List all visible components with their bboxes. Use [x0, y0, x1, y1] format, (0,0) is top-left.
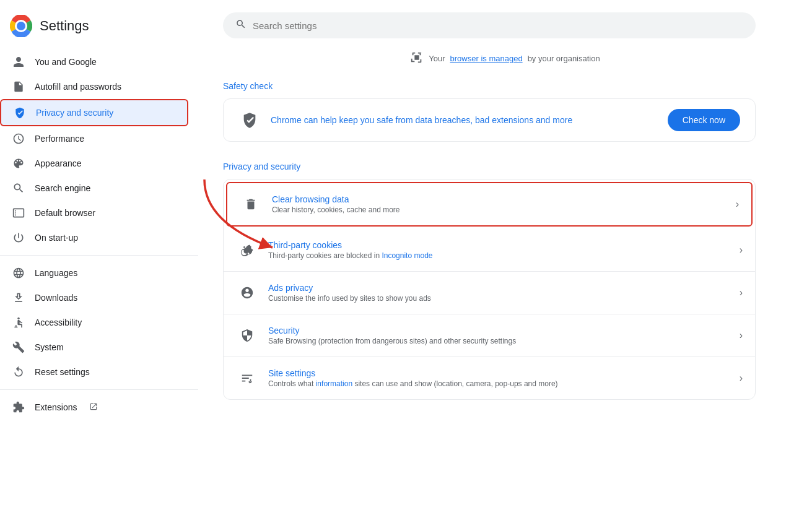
site-settings-icon — [236, 367, 258, 389]
external-link-icon — [89, 402, 98, 413]
sidebar-label: Extensions — [35, 402, 77, 412]
managed-notice: Your browser is managed by your organisa… — [223, 51, 787, 66]
chevron-right-icon: › — [740, 330, 743, 341]
check-now-button[interactable]: Check now — [668, 109, 740, 131]
security-title: Security — [268, 326, 740, 335]
sidebar-item-appearance[interactable]: Appearance — [0, 151, 188, 176]
chevron-right-icon: › — [740, 287, 743, 298]
safety-check-section-title: Safety check — [223, 81, 787, 91]
page-title: Settings — [40, 18, 89, 34]
site-settings-item[interactable]: Site settings Controls what information … — [224, 357, 755, 399]
sidebar-item-system[interactable]: System — [0, 335, 188, 360]
sidebar-item-default-browser[interactable]: Default browser — [0, 201, 188, 225]
search-bar-container — [223, 12, 787, 38]
clear-browsing-data-title: Clear browsing data — [272, 194, 736, 204]
chevron-right-icon: › — [740, 244, 743, 256]
sidebar-label: Search engine — [35, 183, 90, 193]
reset-icon — [12, 366, 25, 378]
globe-icon — [12, 267, 25, 279]
security-subtitle: Safe Browsing (protection from dangerous… — [268, 337, 740, 345]
sidebar-item-you-and-google[interactable]: You and Google — [0, 50, 188, 74]
search-icon — [235, 19, 247, 32]
ads-privacy-title: Ads privacy — [268, 283, 740, 293]
clear-browsing-data-item[interactable]: Clear browsing data Clear history, cooki… — [226, 182, 753, 227]
managed-text-prefix: Your — [429, 54, 445, 63]
sidebar-item-reset-settings[interactable]: Reset settings — [0, 360, 188, 384]
third-party-cookies-content: Third-party cookies Third-party cookies … — [268, 240, 740, 260]
sidebar-item-privacy-security[interactable]: Privacy and security — [0, 99, 188, 126]
site-settings-title: Site settings — [268, 368, 740, 378]
extensions-icon — [12, 401, 25, 413]
sidebar-label: Reset settings — [35, 367, 90, 377]
system-icon — [12, 341, 25, 353]
svg-point-4 — [243, 246, 245, 248]
sidebar-label: Privacy and security — [36, 108, 113, 118]
shield-icon — [14, 106, 26, 119]
search-bar — [223, 12, 756, 38]
sidebar-label: Appearance — [35, 158, 82, 168]
security-item[interactable]: Security Safe Browsing (protection from … — [224, 314, 755, 357]
sidebar-item-performance[interactable]: Performance — [0, 126, 188, 151]
sidebar-item-search-engine[interactable]: Search engine — [0, 176, 188, 201]
sidebar-divider — [0, 255, 198, 256]
sidebar-item-autofill[interactable]: Autofill and passwords — [0, 74, 188, 99]
third-party-cookies-item[interactable]: Third-party cookies Third-party cookies … — [224, 229, 755, 272]
ads-privacy-content: Ads privacy Customise the info used by s… — [268, 283, 740, 303]
security-content: Security Safe Browsing (protection from … — [268, 326, 740, 345]
privacy-section-title: Privacy and security — [223, 162, 787, 171]
chevron-right-icon: › — [736, 199, 739, 210]
ads-privacy-icon — [236, 282, 258, 304]
cookies-icon — [236, 239, 258, 261]
performance-icon — [12, 132, 25, 145]
sidebar-divider-2 — [0, 389, 198, 390]
svg-point-2 — [17, 22, 25, 30]
sidebar-header: Settings — [0, 10, 198, 50]
sidebar-item-on-startup[interactable]: On start-up — [0, 225, 188, 250]
sidebar-label: System — [35, 342, 64, 352]
sidebar-item-downloads[interactable]: Downloads — [0, 285, 188, 310]
download-icon — [12, 292, 25, 304]
clear-browsing-data-subtitle: Clear history, cookies, cache and more — [272, 205, 736, 214]
sidebar-label: Downloads — [35, 293, 77, 303]
autofill-icon — [12, 80, 25, 93]
third-party-cookies-title: Third-party cookies — [268, 240, 740, 250]
ads-privacy-subtitle: Customise the info used by sites to show… — [268, 294, 740, 303]
search-input[interactable] — [253, 20, 743, 31]
sidebar-label: On start-up — [35, 233, 78, 243]
palette-icon — [12, 157, 25, 170]
accessibility-icon — [12, 316, 25, 329]
sidebar-label: Default browser — [35, 208, 95, 218]
sidebar-label: Autofill and passwords — [35, 82, 121, 92]
person-icon — [12, 56, 25, 68]
sidebar-item-accessibility[interactable]: Accessibility — [0, 310, 188, 335]
site-settings-content: Site settings Controls what information … — [268, 368, 740, 388]
managed-link[interactable]: browser is managed — [450, 54, 523, 63]
sidebar-item-extensions[interactable]: Extensions — [0, 395, 188, 420]
clear-browsing-data-content: Clear browsing data Clear history, cooki… — [272, 194, 736, 214]
sidebar-label: You and Google — [35, 57, 97, 67]
power-icon — [12, 231, 25, 244]
safety-check-text: Chrome can help keep you safe from data … — [271, 115, 572, 125]
chrome-logo-icon — [10, 15, 32, 37]
managed-grid-icon — [410, 51, 424, 66]
sidebar: Settings You and Google Autofill and pas… — [0, 0, 198, 510]
privacy-card: Clear browsing data Clear history, cooki… — [223, 179, 756, 400]
safety-check-card: Chrome can help keep you safe from data … — [223, 98, 756, 142]
safety-shield-icon — [238, 109, 261, 131]
chevron-right-icon: › — [740, 373, 743, 384]
search-engine-icon — [12, 182, 25, 194]
sidebar-label: Performance — [35, 134, 84, 144]
main-content: Your browser is managed by your organisa… — [198, 0, 812, 510]
security-shield-icon — [236, 324, 258, 347]
sidebar-item-languages[interactable]: Languages — [0, 261, 188, 285]
site-settings-subtitle: Controls what information sites can use … — [268, 379, 740, 388]
sidebar-label: Accessibility — [35, 318, 82, 327]
svg-point-3 — [17, 318, 19, 319]
trash-icon — [240, 193, 262, 215]
browser-icon — [12, 207, 25, 219]
sidebar-label: Languages — [35, 268, 77, 278]
managed-text-suffix: by your organisation — [528, 54, 600, 63]
third-party-cookies-subtitle: Third-party cookies are blocked in Incog… — [268, 251, 740, 260]
ads-privacy-item[interactable]: Ads privacy Customise the info used by s… — [224, 272, 755, 314]
safety-check-left: Chrome can help keep you safe from data … — [238, 109, 572, 131]
